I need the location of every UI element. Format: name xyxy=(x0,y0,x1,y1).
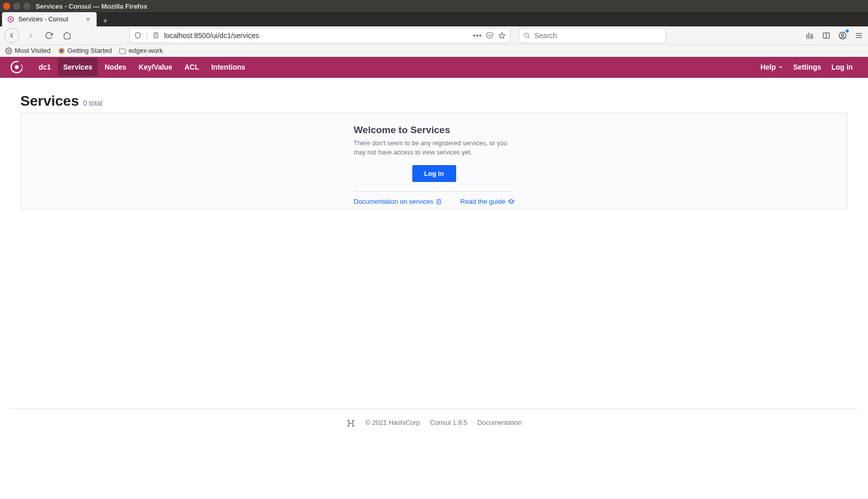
window-title: Services - Consul — Mozilla Firefox xyxy=(36,3,147,10)
svg-point-24 xyxy=(21,65,22,66)
search-bar[interactable] xyxy=(519,28,666,43)
account-icon[interactable] xyxy=(837,30,848,41)
window-close-button[interactable] xyxy=(3,3,10,10)
shield-icon[interactable] xyxy=(134,32,142,40)
page-actions-icon[interactable]: ••• xyxy=(473,32,482,40)
nav-nodes[interactable]: Nodes xyxy=(100,58,132,76)
url-text: localhost:8500/ui/dc1/services xyxy=(164,32,469,40)
svg-point-6 xyxy=(524,33,528,37)
bookmark-most-visited[interactable]: Most Visited xyxy=(5,47,51,54)
nav-acl[interactable]: ACL xyxy=(179,58,204,76)
new-tab-button[interactable]: + xyxy=(100,15,111,26)
empty-state-pane: Welcome to Services There don't seem to … xyxy=(20,113,848,209)
bookmark-edgex-work[interactable]: edgex-work xyxy=(119,47,163,54)
search-icon xyxy=(523,32,530,39)
tab-close-icon[interactable]: × xyxy=(84,16,92,23)
learn-icon xyxy=(508,198,515,205)
bookmark-star-icon[interactable] xyxy=(498,32,506,40)
consul-footer: © 2021 HashiCorp Consul 1.9.5 Documentat… xyxy=(10,408,858,428)
site-info-icon[interactable] xyxy=(152,32,160,40)
svg-point-26 xyxy=(21,69,22,70)
footer-copyright[interactable]: © 2021 HashiCorp xyxy=(366,419,420,428)
chevron-down-icon xyxy=(778,65,783,70)
consul-favicon-icon xyxy=(7,16,14,23)
gear-icon xyxy=(5,47,12,54)
nav-login[interactable]: Log in xyxy=(826,59,858,75)
bookmark-label: edgex-work xyxy=(129,47,163,54)
nav-settings[interactable]: Settings xyxy=(788,59,826,75)
empty-heading: Welcome to Services xyxy=(354,124,515,136)
library-icon[interactable] xyxy=(805,30,815,41)
forward-button[interactable] xyxy=(23,28,38,43)
page-count: 0 total xyxy=(83,99,102,107)
empty-login-button[interactable]: Log in xyxy=(412,165,456,182)
empty-state-box: Welcome to Services There don't seem to … xyxy=(354,124,515,209)
reload-button[interactable] xyxy=(42,28,56,43)
nav-datacenter[interactable]: dc1 xyxy=(34,58,56,76)
nav-intentions[interactable]: Intentions xyxy=(206,58,250,76)
menu-icon[interactable] xyxy=(854,30,864,41)
sidebar-icon[interactable] xyxy=(821,30,831,41)
svg-point-1 xyxy=(10,18,12,20)
search-input[interactable] xyxy=(534,32,662,40)
pocket-icon[interactable] xyxy=(486,32,494,40)
hashicorp-logo-icon xyxy=(346,419,355,428)
consul-nav: dc1 Services Nodes Key/Value ACL Intenti… xyxy=(0,57,868,78)
os-titlebar: Services - Consul — Mozilla Firefox xyxy=(0,0,868,12)
bookmarks-bar: Most Visited Getting Started edgex-work xyxy=(0,45,868,57)
svg-point-15 xyxy=(842,34,844,36)
document-icon xyxy=(436,199,442,205)
back-button[interactable] xyxy=(4,28,19,43)
nav-key-value[interactable]: Key/Value xyxy=(134,58,177,76)
bookmark-label: Most Visited xyxy=(15,47,51,54)
consul-logo-icon[interactable] xyxy=(10,60,23,74)
window-controls xyxy=(3,3,31,10)
tab-strip: Services - Consul × + xyxy=(0,12,868,26)
browser-toolbar: | localhost:8500/ui/dc1/services ••• xyxy=(0,26,868,45)
window-minimize-button[interactable] xyxy=(13,3,20,10)
firefox-icon xyxy=(58,47,65,54)
bookmark-getting-started[interactable]: Getting Started xyxy=(58,47,112,54)
doc-links: Documentation on services Read the guide xyxy=(354,191,515,205)
url-bar[interactable]: | localhost:8500/ui/dc1/services ••• xyxy=(129,28,511,43)
docs-link[interactable]: Documentation on services xyxy=(354,198,442,205)
page-title-row: Services 0 total xyxy=(20,93,848,112)
home-button[interactable] xyxy=(60,28,74,43)
svg-point-23 xyxy=(15,65,18,69)
window-maximize-button[interactable] xyxy=(23,3,31,10)
svg-point-19 xyxy=(8,50,10,52)
bookmark-label: Getting Started xyxy=(68,47,112,54)
browser-tab[interactable]: Services - Consul × xyxy=(2,12,97,26)
nav-help[interactable]: Help xyxy=(755,59,788,75)
nav-services[interactable]: Services xyxy=(58,58,98,76)
svg-point-21 xyxy=(59,49,63,52)
footer-docs[interactable]: Documentation xyxy=(477,419,522,428)
folder-icon xyxy=(119,47,126,54)
page-title: Services xyxy=(20,93,79,109)
empty-body: There don't seem to be any registered se… xyxy=(354,139,515,157)
svg-line-7 xyxy=(528,37,530,38)
svg-marker-5 xyxy=(499,33,505,38)
svg-line-11 xyxy=(812,33,813,39)
page-body: Services 0 total Welcome to Services The… xyxy=(0,78,868,225)
svg-point-25 xyxy=(22,67,23,68)
tab-title: Services - Consul xyxy=(18,16,80,23)
guide-link[interactable]: Read the guide xyxy=(460,198,514,205)
footer-version[interactable]: Consul 1.9.5 xyxy=(430,419,467,428)
